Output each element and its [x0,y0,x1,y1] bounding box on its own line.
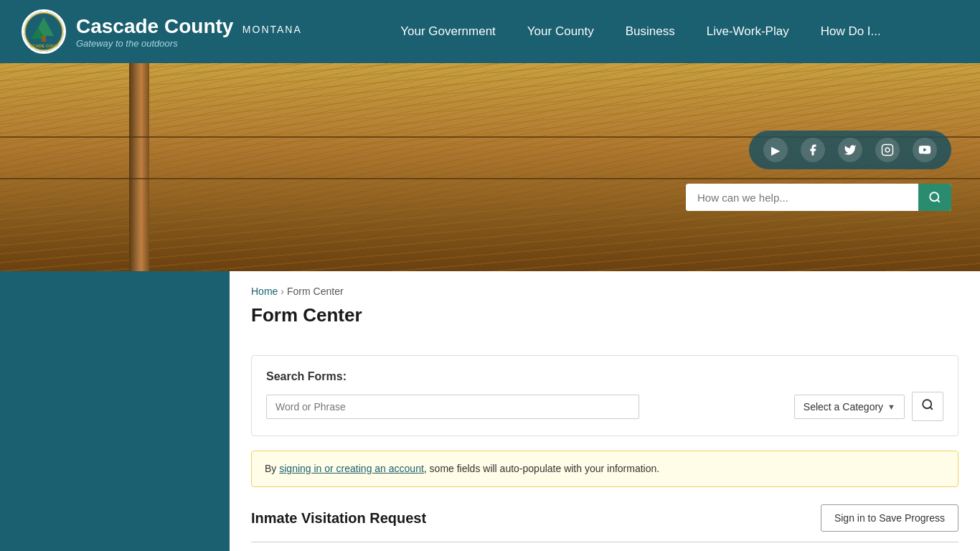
sign-in-link[interactable]: signing in or creating an account [279,463,424,474]
main-nav: Your Government Your County Business Liv… [323,0,958,63]
sign-in-save-button[interactable]: Sign in to Save Progress [821,504,958,532]
category-select-label: Select a Category [804,401,883,413]
svg-point-9 [930,192,938,201]
svg-rect-6 [882,145,893,156]
nav-your-county[interactable]: Your County [512,0,610,63]
main-area: Home › Form Center Form Center Search Fo… [0,271,980,551]
divider [251,542,958,542]
nav-business[interactable]: Business [610,0,691,63]
hero-search-button[interactable] [918,184,951,211]
hero-search-input[interactable] [686,184,918,211]
form-section-header: Inmate Visitation Request Sign in to Sav… [251,504,958,532]
sidebar [0,271,230,551]
social-icon-instagram[interactable] [875,138,900,162]
svg-line-10 [937,199,939,202]
logo-link[interactable]: CASCADE COUNTY Cascade County MONTANA Ga… [22,9,323,54]
search-forms-label: Search Forms: [266,370,943,383]
logo-circle: CASCADE COUNTY [22,9,66,54]
svg-text:CASCADE COUNTY: CASCADE COUNTY [24,44,64,48]
breadcrumb-current: Form Center [287,286,344,297]
search-forms-section: Search Forms: Select a Category ▼ [251,355,958,436]
hero-search-bar [686,184,951,211]
svg-rect-3 [42,36,46,42]
forms-search-button[interactable] [912,392,943,421]
info-box-suffix: , some fields will auto-populate with yo… [424,463,659,474]
breadcrumb: Home › Form Center [251,286,958,297]
breadcrumb-home[interactable]: Home [251,286,278,297]
logo-tagline: Gateway to the outdoors [76,38,302,49]
nav-your-government[interactable]: Your Government [385,0,512,63]
chevron-down-icon: ▼ [887,402,895,411]
info-box-prefix: By [265,463,279,474]
logo-text: Cascade County MONTANA Gateway to the ou… [76,15,302,49]
social-icon-youtube[interactable] [913,138,937,162]
nav-live-work-play[interactable]: Live-Work-Play [691,0,805,63]
form-section-title: Inmate Visitation Request [251,510,426,527]
search-forms-row: Select a Category ▼ [266,392,943,421]
word-phrase-input[interactable] [266,395,639,419]
hero-controls: ▶ [686,131,951,211]
info-box: By signing in or creating an account, so… [251,451,958,487]
social-icon-facebook[interactable] [801,138,825,162]
svg-line-12 [930,407,932,409]
nav-how-do-i[interactable]: How Do I... [805,0,897,63]
main-content: Home › Form Center Form Center Search Fo… [230,271,980,551]
site-header: CASCADE COUNTY Cascade County MONTANA Ga… [0,0,980,63]
county-name: Cascade County [76,15,233,37]
social-icon-play[interactable]: ▶ [763,138,788,162]
state-name: MONTANA [242,24,302,35]
social-bar: ▶ [749,131,951,169]
breadcrumb-separator: › [281,286,284,297]
fence-post [129,63,149,271]
social-icon-twitter[interactable] [838,138,862,162]
category-select[interactable]: Select a Category ▼ [794,395,905,419]
svg-point-11 [923,400,931,408]
page-title: Form Center [251,304,958,334]
hero-section: ▶ [0,63,980,271]
